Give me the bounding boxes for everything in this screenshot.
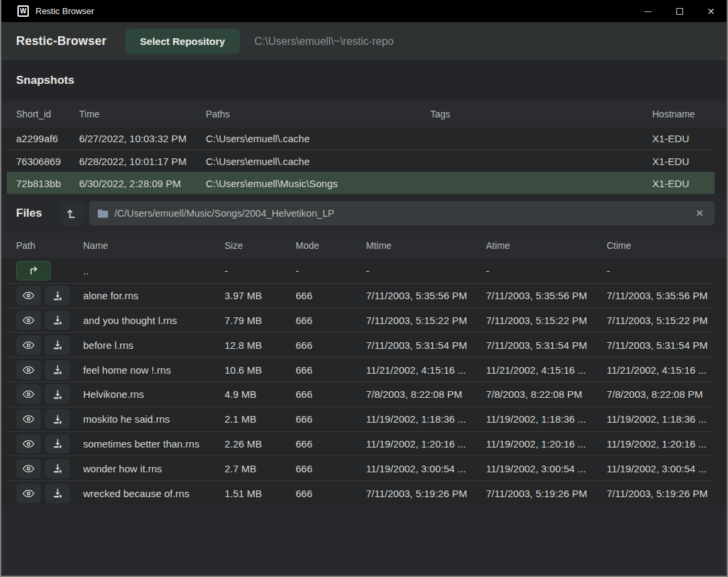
clear-path-button[interactable]: ✕	[691, 206, 708, 221]
download-icon	[52, 438, 63, 449]
file-mode: 666	[296, 488, 366, 499]
download-file-button[interactable]	[45, 311, 70, 330]
minimize-button[interactable]: ─	[632, 0, 664, 22]
eye-icon	[22, 464, 35, 474]
snapshot-hostname: X1-EDU	[652, 156, 715, 167]
file-row: feel home now !.rns 10.6 MB 666 11/21/20…	[7, 357, 715, 382]
file-ctime: 7/8/2003, 8:22:08 PM	[607, 388, 715, 400]
download-file-button[interactable]	[45, 484, 70, 503]
eye-icon	[22, 439, 35, 449]
file-name: wonder how it.rns	[83, 463, 225, 474]
download-file-button[interactable]	[45, 409, 70, 429]
download-file-button[interactable]	[45, 286, 70, 305]
snapshot-paths: C:\Users\emuell\.cache	[206, 133, 430, 144]
app-header: Restic-Browser Select Repository C:\User…	[1, 22, 727, 60]
download-file-button[interactable]	[45, 335, 70, 355]
file-mtime: 11/19/2002, 1:20:16 ...	[366, 438, 486, 450]
file-ctime: -	[607, 265, 715, 276]
eye-icon	[22, 488, 35, 499]
minimize-icon: ─	[645, 6, 652, 17]
maximize-button[interactable]	[664, 0, 695, 22]
folder-icon	[97, 209, 109, 219]
file-mode: 666	[296, 413, 366, 425]
download-icon	[52, 463, 63, 474]
file-atime: -	[486, 265, 607, 276]
file-mtime: 7/11/2003, 5:19:26 PM	[366, 488, 486, 499]
file-mtime: 11/19/2002, 1:18:36 ...	[366, 413, 486, 425]
file-atime: 7/8/2003, 8:22:08 PM	[486, 388, 607, 400]
files-section-title: Files	[16, 207, 42, 220]
file-ctime: 11/19/2002, 1:20:16 ...	[607, 438, 715, 450]
file-ctime: 7/11/2003, 5:19:26 PM	[607, 488, 715, 499]
file-name: feel home now !.rns	[83, 364, 225, 376]
preview-file-button[interactable]	[16, 384, 41, 404]
file-size: 2.26 MB	[225, 438, 296, 450]
level-up-icon	[66, 207, 78, 219]
preview-file-button[interactable]	[16, 484, 41, 503]
file-mtime: 11/21/2002, 4:15:16 ...	[366, 364, 486, 376]
snapshots-section: Snapshots	[1, 60, 727, 101]
preview-file-button[interactable]	[16, 409, 41, 429]
snapshot-paths: C:\Users\emuell\.cache	[206, 156, 430, 167]
download-file-button[interactable]	[45, 384, 70, 404]
file-name: ..	[83, 265, 225, 276]
preview-file-button[interactable]	[16, 311, 41, 330]
files-col-name: Name	[83, 240, 225, 251]
download-icon	[52, 364, 63, 375]
snapshots-col-paths: Paths	[206, 109, 430, 119]
download-icon	[52, 291, 63, 301]
snapshot-row[interactable]: 76306869 6/28/2022, 10:01:17 PM C:\Users…	[7, 150, 715, 172]
file-row: sometimes better than.rns 2.26 MB 666 11…	[7, 431, 715, 456]
file-mtime: 7/11/2003, 5:35:56 PM	[366, 290, 486, 301]
file-mode: 666	[296, 339, 366, 351]
file-row: Helvikone.rns 4.9 MB 666 7/8/2003, 8:22:…	[7, 382, 715, 407]
files-col-path: Path	[16, 240, 83, 251]
eye-icon	[22, 291, 35, 301]
maximize-icon	[676, 8, 683, 15]
download-icon	[52, 315, 63, 325]
files-col-atime: Atime	[486, 240, 607, 251]
snapshot-row[interactable]: 72b813bb 6/30/2022, 2:28:09 PM C:\Users\…	[7, 172, 715, 194]
eye-icon	[22, 315, 35, 325]
snapshots-table-body: a2299af6 6/27/2022, 10:03:32 PM C:\Users…	[1, 127, 727, 194]
snapshot-time: 6/30/2022, 2:28:09 PM	[79, 178, 206, 189]
preview-file-button[interactable]	[16, 360, 41, 380]
files-path-input[interactable]: /C/Users/emuell/Music/Songs/2004_Helveti…	[89, 201, 715, 225]
files-col-size: Size	[225, 240, 296, 251]
snapshots-col-short-id: Short_id	[16, 109, 79, 119]
file-atime: 11/21/2002, 4:15:16 ...	[486, 364, 607, 376]
snapshot-paths: C:\Users\emuell\Music\Songs	[206, 178, 430, 189]
repository-path-text: C:\Users\emuell\~\restic-repo	[255, 36, 394, 48]
parent-directory-button[interactable]	[16, 261, 51, 280]
download-file-button[interactable]	[45, 459, 70, 478]
download-icon	[52, 488, 63, 499]
eye-icon	[22, 414, 35, 424]
file-size: -	[225, 265, 296, 276]
close-button[interactable]: ✕	[695, 0, 727, 22]
go-up-directory-button[interactable]	[60, 201, 84, 225]
files-table-header: Path Name Size Mode Mtime Atime Ctime	[1, 233, 727, 258]
preview-file-button[interactable]	[16, 335, 41, 355]
file-row: wrecked because of.rns 1.51 MB 666 7/11/…	[7, 480, 715, 505]
file-row: before l.rns 12.8 MB 666 7/11/2003, 5:31…	[7, 332, 715, 357]
file-row: and you thought l.rns 7.79 MB 666 7/11/2…	[7, 308, 715, 333]
select-repository-button[interactable]: Select Repository	[125, 29, 240, 54]
download-icon	[52, 414, 63, 425]
clear-icon: ✕	[695, 207, 704, 219]
download-icon	[52, 389, 63, 400]
file-mtime: -	[366, 265, 486, 276]
file-size: 12.8 MB	[225, 339, 296, 351]
download-file-button[interactable]	[45, 434, 70, 454]
download-file-button[interactable]	[45, 360, 70, 380]
preview-file-button[interactable]	[16, 434, 41, 454]
preview-file-button[interactable]	[16, 286, 41, 305]
file-row: moskito he said.rns 2.1 MB 666 11/19/200…	[7, 407, 715, 431]
file-ctime: 7/11/2003, 5:31:54 PM	[607, 339, 715, 351]
file-mtime: 11/19/2002, 3:00:54 ...	[366, 463, 486, 474]
snapshot-row[interactable]: a2299af6 6/27/2022, 10:03:32 PM C:\Users…	[7, 127, 715, 150]
file-size: 2.1 MB	[225, 413, 296, 425]
file-size: 10.6 MB	[225, 364, 296, 376]
file-mtime: 7/11/2003, 5:31:54 PM	[366, 339, 486, 351]
preview-file-button[interactable]	[16, 459, 41, 478]
file-mode: 666	[296, 388, 366, 400]
